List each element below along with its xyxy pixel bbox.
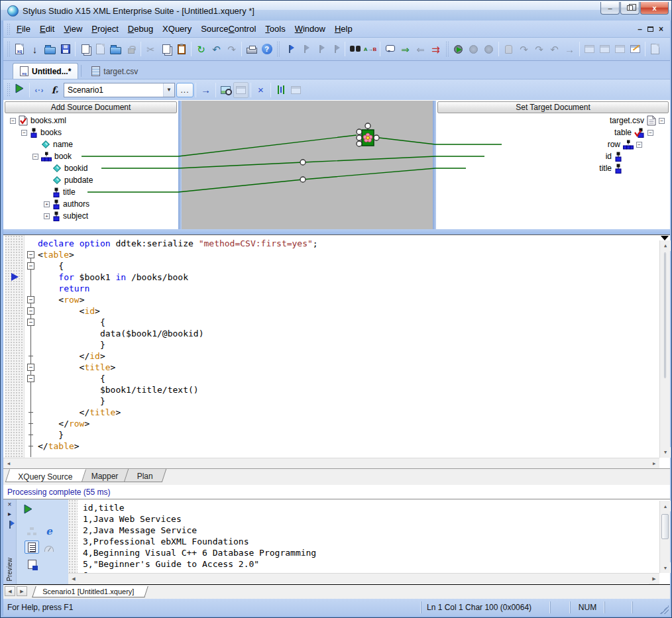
code-line[interactable]: </table> bbox=[38, 440, 80, 452]
indent-button[interactable]: ⇉ bbox=[428, 41, 443, 57]
back-mapping-button[interactable]: ‹·› bbox=[32, 82, 47, 98]
mdi-close-button[interactable]: × bbox=[659, 26, 663, 32]
close-document-button[interactable] bbox=[93, 41, 108, 57]
edit-template-button[interactable] bbox=[647, 41, 663, 57]
tree-item-books[interactable]: −books bbox=[21, 127, 62, 138]
window-list-button[interactable] bbox=[612, 41, 628, 57]
text-view-button[interactable] bbox=[25, 541, 39, 554]
code-line[interactable]: <id> bbox=[38, 305, 100, 317]
import-document-button[interactable]: ↓ bbox=[27, 41, 42, 57]
fold-toggle[interactable]: − bbox=[27, 307, 34, 315]
tab-xquery-source[interactable]: XQuery Source bbox=[5, 469, 87, 482]
scroll-right-arrow[interactable]: ▶ bbox=[649, 458, 659, 469]
start-debugging-button[interactable] bbox=[451, 41, 466, 57]
tree-item-id[interactable]: id bbox=[436, 150, 670, 162]
code-line[interactable]: declare option ddtek:serialize "method=C… bbox=[38, 238, 318, 249]
tree-item-subject[interactable]: +subject bbox=[44, 210, 88, 222]
menu-help[interactable]: Help bbox=[330, 22, 357, 36]
open-button[interactable] bbox=[42, 41, 58, 57]
code-line[interactable]: } bbox=[38, 429, 64, 440]
fold-toggle[interactable]: − bbox=[27, 364, 34, 371]
next-window-button[interactable] bbox=[597, 41, 612, 57]
preview-scroll-down[interactable]: ▼ bbox=[660, 562, 671, 573]
clear-bookmarks-button[interactable] bbox=[327, 41, 343, 57]
code-line[interactable]: </title> bbox=[38, 407, 121, 418]
editor-split-handle[interactable] bbox=[661, 236, 669, 240]
tree-item-bookid[interactable]: bookid bbox=[44, 162, 87, 174]
cut-button[interactable]: ✂ bbox=[143, 41, 158, 57]
menu-xquery[interactable]: XQuery bbox=[158, 22, 196, 36]
zoom-to-fit-button[interactable] bbox=[218, 82, 233, 98]
comment-button[interactable] bbox=[382, 41, 398, 57]
new-xquery-document-button[interactable]: xq bbox=[12, 41, 27, 57]
code-line[interactable]: </id> bbox=[38, 350, 105, 362]
collapse-toggle[interactable]: − bbox=[21, 130, 27, 136]
scenario-select[interactable]: Scenario1▼ bbox=[64, 83, 175, 97]
open-from-url-button[interactable] bbox=[108, 41, 123, 57]
preview-scroll-left[interactable]: ◀ bbox=[68, 574, 79, 584]
apply-scenario-button[interactable]: → bbox=[198, 82, 213, 98]
step-out-button[interactable]: ↶ bbox=[547, 41, 562, 57]
tree-item-title[interactable]: title bbox=[44, 186, 76, 198]
previous-window-button[interactable] bbox=[582, 41, 597, 57]
copy-button[interactable] bbox=[158, 41, 174, 57]
fold-toggle[interactable]: − bbox=[27, 251, 34, 258]
scenario-browse-button[interactable]: ... bbox=[176, 83, 194, 97]
save-button[interactable] bbox=[58, 41, 73, 57]
function-block-button[interactable]: f▾ bbox=[47, 82, 62, 98]
menu-debug[interactable]: Debug bbox=[123, 22, 158, 36]
refresh-button[interactable]: ↻ bbox=[194, 41, 209, 57]
code-line[interactable]: $book1/title/text() bbox=[38, 384, 199, 395]
horizontal-splitter[interactable] bbox=[3, 229, 670, 234]
close-button[interactable]: x bbox=[640, 2, 669, 15]
expand-toggle[interactable]: + bbox=[44, 213, 50, 219]
tree-item-title[interactable]: title bbox=[436, 162, 670, 174]
next-bookmark-button[interactable] bbox=[297, 41, 312, 57]
profiler-view-button[interactable] bbox=[42, 541, 56, 554]
save-preview-button[interactable] bbox=[25, 558, 39, 571]
collapse-toggle[interactable]: − bbox=[10, 118, 16, 124]
show-blocks-button[interactable] bbox=[233, 82, 249, 98]
toolbar-grip[interactable] bbox=[445, 41, 449, 57]
preview-scroll-right[interactable]: ▶ bbox=[649, 574, 659, 584]
tab-untitled1-xquery[interactable]: xqUntitled...* bbox=[13, 63, 78, 79]
editor-vscroll-thumb[interactable] bbox=[664, 252, 666, 378]
menu-sourcecontrol[interactable]: SourceControl bbox=[196, 22, 260, 36]
preview-vertical-scrollbar[interactable]: ▲ ▼ bbox=[659, 501, 670, 573]
restore-button[interactable] bbox=[620, 2, 640, 15]
step-over-button[interactable]: ↷ bbox=[532, 41, 547, 57]
fold-toggle[interactable]: − bbox=[27, 319, 34, 326]
collapse-toggle[interactable]: − bbox=[647, 130, 653, 136]
replace-button[interactable]: A→B bbox=[363, 41, 378, 57]
menu-project[interactable]: Project bbox=[87, 22, 123, 36]
code-line[interactable]: } bbox=[38, 339, 105, 350]
goto-line-button[interactable]: ⇒ bbox=[398, 41, 413, 57]
redo-button[interactable]: ↷ bbox=[224, 41, 239, 57]
collapse-links-button[interactable]: × bbox=[253, 82, 268, 98]
code-line[interactable]: <row> bbox=[38, 294, 84, 305]
show-grid-button[interactable] bbox=[288, 82, 304, 98]
minimize-button[interactable]: – bbox=[600, 2, 620, 15]
tree-item-row[interactable]: −row bbox=[436, 138, 670, 150]
step-into-button[interactable]: ↷ bbox=[516, 41, 532, 57]
bookmark-button[interactable] bbox=[282, 41, 297, 57]
code-line[interactable]: return bbox=[38, 283, 89, 294]
preview-result-button[interactable] bbox=[12, 82, 27, 98]
expand-toggle[interactable]: + bbox=[44, 201, 50, 207]
add-source-document-button[interactable]: Add Source Document bbox=[5, 101, 177, 113]
scenario-result-tab[interactable]: Scenario1 [Untitled1.xquery] bbox=[32, 586, 148, 597]
mapping-canvas[interactable] bbox=[182, 101, 433, 229]
scenario-grip[interactable] bbox=[7, 83, 10, 97]
help-button[interactable]: ? bbox=[259, 41, 274, 57]
preview-output[interactable]: id,title1,Java Web Services2,Java Messag… bbox=[68, 499, 659, 573]
chevron-down-icon[interactable]: ▼ bbox=[163, 83, 174, 97]
collapse-toggle[interactable]: − bbox=[636, 142, 642, 148]
preview-pin-button[interactable] bbox=[6, 520, 14, 529]
collapse-toggle[interactable]: − bbox=[32, 154, 38, 160]
tree-item-target-csv[interactable]: −target.csv bbox=[436, 115, 670, 127]
mdi-minimize-button[interactable]: – bbox=[638, 26, 642, 32]
scroll-down-arrow[interactable]: ▼ bbox=[660, 447, 671, 458]
mdi-restore-button[interactable] bbox=[647, 26, 653, 32]
fold-toggle[interactable]: − bbox=[27, 262, 34, 270]
editor-vertical-scrollbar[interactable]: ▲ ▼ bbox=[659, 240, 670, 458]
